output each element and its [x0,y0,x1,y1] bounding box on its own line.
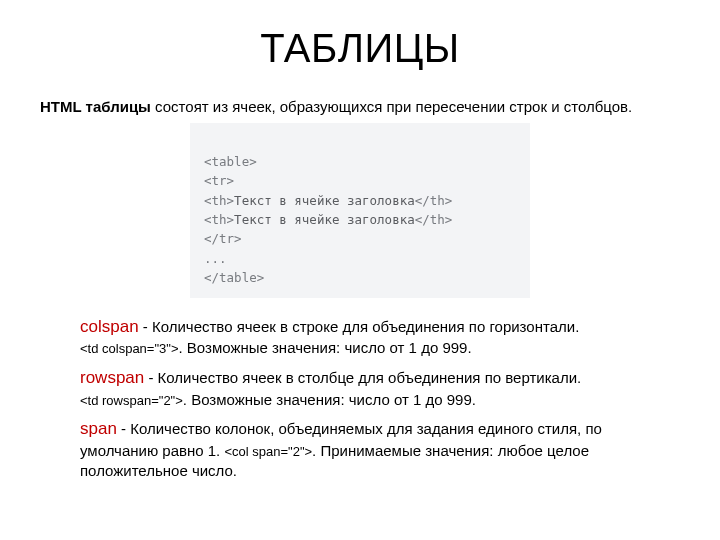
attr-name: сolspan [80,317,139,336]
attr-rowspan: rowspan - Количество ячеек в столбце для… [80,367,680,410]
code-line: <table> [204,154,257,169]
code-line: </tr> [204,231,242,246]
attr-sep: - [117,420,130,437]
code-line: <th>Текст в ячейке заголовка</th> [204,212,452,227]
attr-sep: - [139,318,152,335]
attr-name: rowspan [80,368,144,387]
attr-name: span [80,419,117,438]
attr-sep: - [144,369,157,386]
attr-example: <col span="2"> [224,444,312,459]
code-line: ... [204,251,227,266]
page-title: ТАБЛИЦЫ [40,26,680,71]
attr-values: Возможные значения: число от 1 до 999. [187,339,472,356]
attr-desc: Количество ячеек в столбце для объединен… [158,369,582,386]
attr-example-sep: . [183,391,191,408]
attr-desc: Количество ячеек в строке для объединени… [152,318,579,335]
attr-example: <td rowspan="2"> [80,393,183,408]
code-line: <tr> [204,173,234,188]
code-example: <table> <tr> <th>Текст в ячейке заголовк… [190,123,530,298]
code-line: </table> [204,270,264,285]
code-line: <th>Текст в ячейке заголовка</th> [204,193,452,208]
attr-values: Возможные значения: число от 1 до 999. [191,391,476,408]
intro-rest: состоят из ячеек, образующихся при перес… [151,98,632,115]
attr-example-sep: . [179,339,187,356]
intro-bold: HTML таблицы [40,98,151,115]
attr-example: <td colspan="3"> [80,341,179,356]
attributes-section: сolspan - Количество ячеек в строке для … [40,316,680,482]
attr-colspan: сolspan - Количество ячеек в строке для … [80,316,680,359]
intro-text: HTML таблицы состоят из ячеек, образующи… [40,97,680,117]
attr-span: span - Количество колонок, объединяемых … [80,418,680,481]
